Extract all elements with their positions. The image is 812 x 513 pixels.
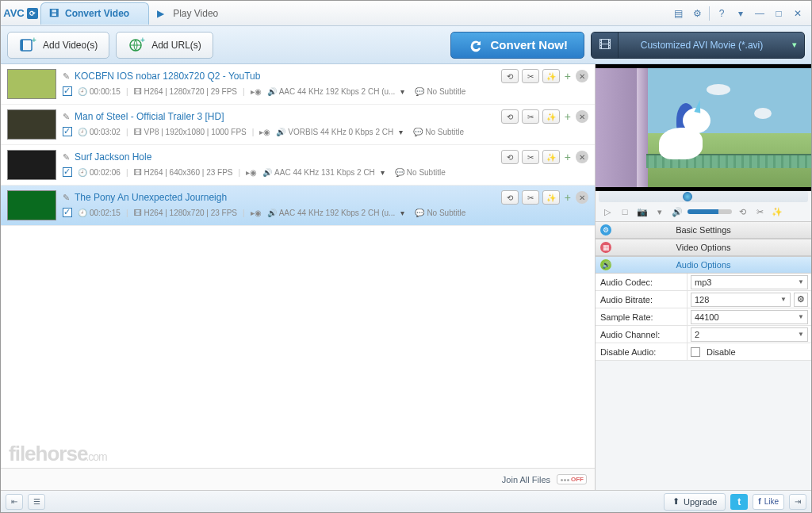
skin-button[interactable]: ▤: [671, 6, 685, 21]
menu-button[interactable]: ▾: [733, 6, 748, 21]
trim-button[interactable]: ✂: [522, 109, 539, 124]
remove-row-button[interactable]: ✕: [576, 110, 588, 123]
audio-dropdown[interactable]: ▾: [400, 87, 404, 96]
video-thumbnail[interactable]: [7, 69, 56, 99]
convert-now-button[interactable]: Convert Now!: [450, 32, 585, 59]
audio-dropdown[interactable]: ▾: [399, 128, 403, 136]
audio-codec-select[interactable]: mp3▼: [691, 275, 808, 289]
chevron-down-icon[interactable]: ▾: [653, 205, 667, 218]
row-checkbox[interactable]: [63, 127, 72, 136]
trim-button[interactable]: ✂: [522, 69, 539, 83]
upgrade-button[interactable]: ⬆Upgrade: [664, 493, 726, 511]
play-button[interactable]: ▷: [600, 205, 615, 218]
effects-button[interactable]: ✨: [542, 69, 560, 83]
add-videos-button[interactable]: + Add Video(s): [7, 32, 109, 59]
video-row[interactable]: ✎ Surf Jackson Hole ⟲ ✂ ✨ + ✕ 🕘00:02:06 …: [1, 145, 595, 186]
video-title[interactable]: Surf Jackson Hole: [75, 151, 151, 163]
video-thumbnail[interactable]: [7, 109, 56, 140]
help-button[interactable]: ?: [714, 6, 729, 21]
svg-text:+: +: [140, 36, 145, 44]
snapshot-button[interactable]: 📷: [635, 205, 649, 218]
add-segment-button[interactable]: +: [563, 191, 573, 204]
panel-list-toggle[interactable]: ☰: [28, 494, 45, 510]
join-all-files-label[interactable]: Join All Files: [502, 475, 550, 484]
seek-bar[interactable]: [599, 191, 808, 202]
repeat-button[interactable]: ⟲: [501, 150, 519, 164]
expand-icon[interactable]: ▸◉: [251, 87, 262, 96]
video-row[interactable]: ✎ The Pony An Unexpected Journeigh ⟲ ✂ ✨…: [1, 186, 595, 226]
settings-gear-icon[interactable]: ⚙: [690, 6, 704, 21]
tab-play-video[interactable]: ▶ Play Video: [149, 2, 237, 25]
effects-button[interactable]: ✨: [542, 109, 560, 124]
video-options-header[interactable]: ▦Video Options: [596, 239, 811, 256]
panel-left-toggle[interactable]: ⇤: [6, 494, 23, 510]
svg-text:+: +: [32, 36, 36, 44]
edit-title-icon[interactable]: ✎: [63, 112, 70, 122]
effects-button[interactable]: ✨: [542, 190, 560, 205]
audio-bitrate-select[interactable]: 128▼: [691, 293, 791, 307]
add-segment-button[interactable]: +: [563, 110, 573, 123]
maximize-button[interactable]: □: [772, 6, 786, 21]
video-title[interactable]: The Pony An Unexpected Journeigh: [75, 192, 227, 203]
cut-icon[interactable]: ✂: [753, 205, 767, 218]
output-profile-selector[interactable]: 🎞 Customized AVI Movie (*.avi) ▾: [591, 32, 805, 59]
remove-row-button[interactable]: ✕: [576, 191, 588, 204]
row-checkbox[interactable]: [63, 167, 72, 177]
trim-button[interactable]: ✂: [522, 190, 539, 205]
video-thumbnail[interactable]: [7, 150, 56, 180]
tab-convert-video[interactable]: 🎞 Convert Video: [40, 2, 149, 25]
expand-icon[interactable]: ▸◉: [246, 168, 257, 177]
add-segment-button[interactable]: +: [563, 151, 573, 163]
close-button[interactable]: ✕: [791, 6, 805, 21]
video-preview[interactable]: [596, 64, 811, 191]
twitter-button[interactable]: t: [730, 494, 748, 510]
effects-button[interactable]: ✨: [542, 150, 560, 164]
row-checkbox[interactable]: [63, 86, 72, 96]
preview-controls: ▷ □ 📷 ▾ 🔊 ⟲ ✂ ✨: [596, 202, 811, 221]
repeat-button[interactable]: ⟲: [501, 69, 519, 83]
repeat-button[interactable]: ⟲: [501, 109, 519, 124]
sample-rate-select[interactable]: 44100▼: [691, 310, 808, 324]
volume-icon[interactable]: 🔊: [670, 205, 684, 218]
video-thumbnail[interactable]: [7, 190, 56, 220]
row-checkbox[interactable]: [63, 208, 72, 217]
stop-button[interactable]: □: [618, 205, 632, 218]
add-segment-button[interactable]: +: [563, 70, 573, 82]
audio-dropdown[interactable]: ▾: [400, 209, 404, 217]
rotate-icon[interactable]: ⟲: [735, 205, 749, 218]
expand-icon[interactable]: ▸◉: [259, 128, 270, 136]
edit-title-icon[interactable]: ✎: [63, 152, 70, 163]
duration: 🕘00:02:15: [78, 209, 121, 217]
audio-channel-select[interactable]: 2▼: [691, 327, 808, 342]
remove-row-button[interactable]: ✕: [576, 70, 588, 82]
join-toggle[interactable]: OFF: [557, 474, 587, 484]
video-title[interactable]: Man of Steel - Official Trailer 3 [HD]: [75, 111, 224, 122]
remove-row-button[interactable]: ✕: [576, 151, 588, 163]
audio-options-header[interactable]: 🔊Audio Options: [596, 256, 811, 274]
subtitle-icon: 💬: [395, 168, 404, 177]
speaker-icon: 🔊: [267, 209, 277, 217]
expand-icon[interactable]: ▸◉: [251, 209, 262, 217]
audio-dropdown[interactable]: ▾: [381, 168, 385, 177]
edit-title-icon[interactable]: ✎: [63, 71, 70, 82]
basic-settings-header[interactable]: ⚙Basic Settings: [596, 221, 811, 239]
video-row[interactable]: ✎ KOCBFN IOS nobar 1280x720 Q2 - YouTub …: [1, 64, 595, 105]
wand-icon[interactable]: ✨: [770, 205, 784, 218]
clock-icon: 🕘: [78, 168, 87, 177]
facebook-like-button[interactable]: fLike: [753, 494, 784, 510]
minimize-button[interactable]: —: [753, 6, 767, 21]
add-urls-button[interactable]: + Add URL(s): [116, 32, 213, 59]
clock-icon: 🕘: [78, 209, 87, 217]
volume-slider[interactable]: [688, 209, 732, 214]
facebook-icon: f: [758, 497, 760, 506]
video-row[interactable]: ✎ Man of Steel - Official Trailer 3 [HD]…: [1, 105, 595, 145]
film-strip-icon: 🎞: [134, 168, 142, 177]
repeat-button[interactable]: ⟲: [501, 190, 519, 205]
subtitle-info: 💬No Subtitle: [395, 168, 446, 177]
disable-audio-checkbox[interactable]: [691, 347, 700, 357]
trim-button[interactable]: ✂: [522, 150, 539, 164]
panel-right-toggle[interactable]: ⇥: [789, 494, 806, 510]
video-title[interactable]: KOCBFN IOS nobar 1280x720 Q2 - YouTub: [75, 71, 260, 82]
edit-title-icon[interactable]: ✎: [63, 193, 70, 203]
bitrate-gear-button[interactable]: ⚙: [794, 293, 808, 307]
